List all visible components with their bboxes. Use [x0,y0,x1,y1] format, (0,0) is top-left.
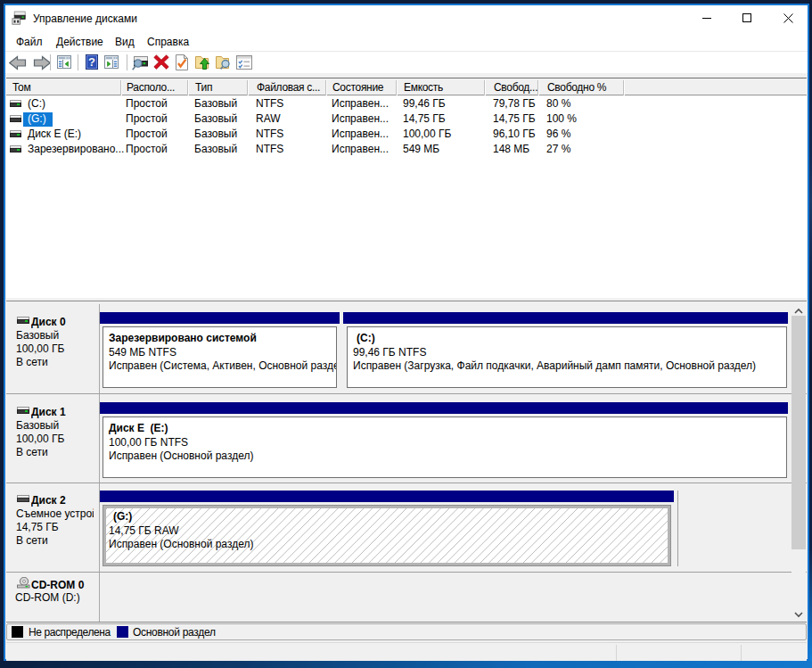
svg-text:?: ? [88,55,95,69]
